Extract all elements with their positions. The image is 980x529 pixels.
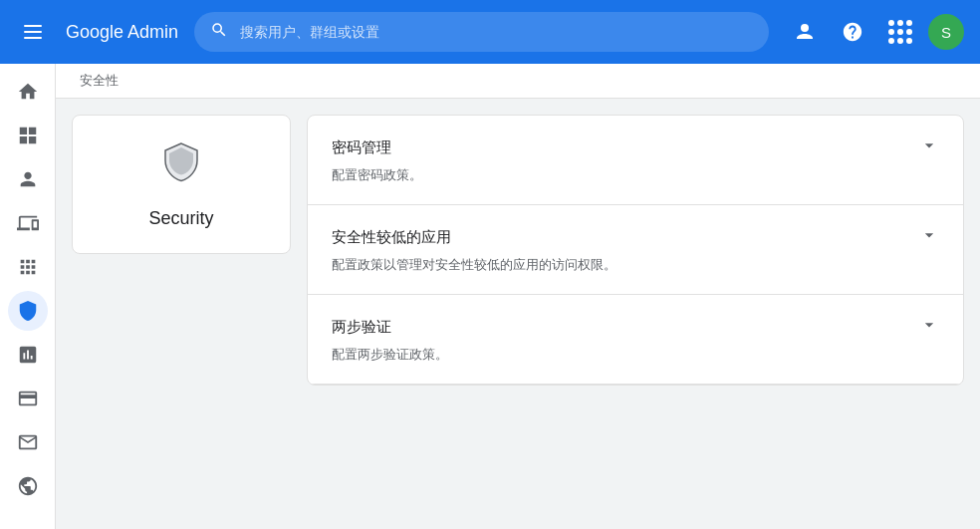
sidebar-item-billing[interactable] (8, 379, 48, 418)
search-input[interactable] (240, 24, 753, 40)
app-body: 安全性 Security 密码管理 (0, 64, 980, 529)
sidebar-item-home[interactable] (8, 72, 48, 112)
sidebar-item-devices[interactable] (8, 203, 48, 243)
section-header-less-secure: 安全性较低的应用 (332, 225, 939, 250)
avatar-placeholder[interactable] (785, 12, 825, 52)
chevron-down-icon-password (919, 135, 939, 160)
search-icon (210, 21, 228, 44)
content-area: Security 密码管理 配置密码政策。 安全性较低的应用 (56, 99, 980, 401)
header-actions: S (785, 12, 964, 52)
sidebar-item-dashboard[interactable] (8, 116, 48, 155)
breadcrumb-text: 安全性 (80, 73, 119, 88)
security-card-title: Security (148, 208, 213, 229)
user-avatar[interactable]: S (928, 14, 964, 50)
logo-text: Google Admin (66, 22, 178, 43)
sidebar-item-users[interactable] (8, 159, 48, 199)
section-title-less-secure: 安全性较低的应用 (332, 228, 451, 247)
section-header-password: 密码管理 (332, 135, 939, 160)
waffle-grid-icon (888, 20, 912, 44)
settings-section-password[interactable]: 密码管理 配置密码政策。 (308, 116, 963, 205)
svg-rect-2 (24, 37, 42, 39)
section-desc-password: 配置密码政策。 (332, 166, 939, 184)
section-desc-less-secure: 配置政策以管理对安全性较低的应用的访问权限。 (332, 256, 939, 274)
help-button[interactable] (833, 12, 872, 52)
apps-button[interactable] (880, 12, 920, 52)
svg-rect-0 (24, 25, 42, 27)
menu-button[interactable] (16, 15, 50, 49)
sidebar-item-apps[interactable] (8, 247, 48, 287)
settings-section-less-secure[interactable]: 安全性较低的应用 配置政策以管理对安全性较低的应用的访问权限。 (308, 205, 963, 295)
sidebar-item-domains[interactable] (8, 422, 48, 462)
svg-rect-1 (24, 31, 42, 33)
security-card: Security (72, 115, 291, 254)
sidebar-item-settings[interactable] (8, 466, 48, 506)
section-title-2fa: 两步验证 (332, 318, 391, 337)
sidebar-item-reports[interactable] (8, 335, 48, 375)
section-desc-2fa: 配置两步验证政策。 (332, 346, 939, 364)
section-title-password: 密码管理 (332, 138, 391, 157)
app-header: Google Admin (0, 0, 980, 64)
security-shield-icon (157, 139, 205, 196)
section-header-2fa: 两步验证 (332, 315, 939, 340)
breadcrumb: 安全性 (56, 64, 980, 99)
settings-list: 密码管理 配置密码政策。 安全性较低的应用 配置政策以管理对安全性较 (307, 115, 964, 386)
main-content: 安全性 Security 密码管理 (56, 64, 980, 529)
app-logo: Google Admin (66, 22, 178, 43)
settings-section-2fa[interactable]: 两步验证 配置两步验证政策。 (308, 295, 963, 385)
chevron-down-icon-less-secure (919, 225, 939, 250)
search-bar[interactable] (194, 12, 769, 52)
sidebar (0, 64, 56, 529)
chevron-down-icon-2fa (919, 315, 939, 340)
sidebar-item-security[interactable] (8, 291, 48, 331)
avatar-letter: S (941, 24, 951, 41)
svg-point-3 (801, 24, 809, 32)
